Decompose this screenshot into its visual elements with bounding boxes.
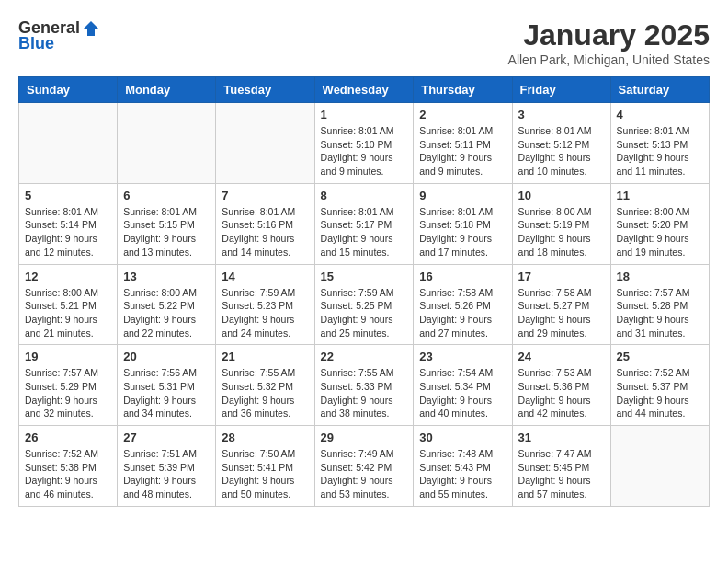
day-info: Sunrise: 7:58 AM Sunset: 5:27 PM Dayligh… — [518, 286, 605, 340]
day-info: Sunrise: 7:53 AM Sunset: 5:36 PM Dayligh… — [518, 366, 605, 420]
weekday-header-friday: Friday — [512, 77, 610, 103]
calendar-cell: 6Sunrise: 8:01 AM Sunset: 5:15 PM Daylig… — [118, 183, 216, 264]
title-section: January 2025 Allen Park, Michigan, Unite… — [508, 18, 710, 67]
calendar-week-row: 1Sunrise: 8:01 AM Sunset: 5:10 PM Daylig… — [19, 103, 710, 184]
day-number: 14 — [222, 270, 308, 283]
calendar-cell: 20Sunrise: 7:56 AM Sunset: 5:31 PM Dayli… — [118, 345, 216, 426]
day-info: Sunrise: 8:00 AM Sunset: 5:22 PM Dayligh… — [123, 286, 210, 340]
day-info: Sunrise: 7:57 AM Sunset: 5:28 PM Dayligh… — [617, 286, 703, 340]
calendar-cell — [216, 103, 314, 184]
day-number: 18 — [617, 270, 703, 283]
day-number: 16 — [419, 270, 506, 283]
day-number: 19 — [25, 350, 111, 363]
calendar-cell: 26Sunrise: 7:52 AM Sunset: 5:38 PM Dayli… — [19, 426, 118, 507]
weekday-header-tuesday: Tuesday — [216, 77, 314, 103]
day-info: Sunrise: 7:49 AM Sunset: 5:42 PM Dayligh… — [321, 447, 408, 501]
logo-icon — [82, 19, 100, 38]
day-info: Sunrise: 7:55 AM Sunset: 5:33 PM Dayligh… — [321, 366, 408, 420]
logo-blue-text: Blue — [18, 34, 54, 53]
weekday-header-row: SundayMondayTuesdayWednesdayThursdayFrid… — [19, 77, 710, 103]
day-number: 11 — [617, 189, 703, 202]
calendar-cell: 17Sunrise: 7:58 AM Sunset: 5:27 PM Dayli… — [512, 264, 610, 345]
day-number: 25 — [617, 350, 703, 363]
calendar-cell: 19Sunrise: 7:57 AM Sunset: 5:29 PM Dayli… — [19, 345, 118, 426]
calendar-cell: 2Sunrise: 8:01 AM Sunset: 5:11 PM Daylig… — [414, 103, 512, 184]
day-info: Sunrise: 8:01 AM Sunset: 5:16 PM Dayligh… — [222, 205, 308, 259]
day-info: Sunrise: 7:51 AM Sunset: 5:39 PM Dayligh… — [123, 447, 210, 501]
day-number: 15 — [321, 270, 408, 283]
day-info: Sunrise: 8:01 AM Sunset: 5:12 PM Dayligh… — [518, 124, 605, 178]
calendar-cell: 12Sunrise: 8:00 AM Sunset: 5:21 PM Dayli… — [19, 264, 118, 345]
day-number: 10 — [518, 189, 605, 202]
day-number: 23 — [419, 350, 506, 363]
page-header: General Blue January 2025 Allen Park, Mi… — [18, 18, 710, 67]
calendar-cell: 8Sunrise: 8:01 AM Sunset: 5:17 PM Daylig… — [314, 183, 414, 264]
day-number: 20 — [123, 350, 210, 363]
day-info: Sunrise: 7:50 AM Sunset: 5:41 PM Dayligh… — [222, 447, 308, 501]
day-number: 4 — [617, 108, 703, 121]
calendar-cell: 29Sunrise: 7:49 AM Sunset: 5:42 PM Dayli… — [314, 426, 414, 507]
day-info: Sunrise: 8:01 AM Sunset: 5:13 PM Dayligh… — [617, 124, 703, 178]
calendar-cell: 28Sunrise: 7:50 AM Sunset: 5:41 PM Dayli… — [216, 426, 314, 507]
calendar-cell: 7Sunrise: 8:01 AM Sunset: 5:16 PM Daylig… — [216, 183, 314, 264]
calendar-cell: 31Sunrise: 7:47 AM Sunset: 5:45 PM Dayli… — [512, 426, 610, 507]
day-info: Sunrise: 8:00 AM Sunset: 5:20 PM Dayligh… — [617, 205, 703, 259]
day-number: 6 — [123, 189, 210, 202]
calendar-cell: 22Sunrise: 7:55 AM Sunset: 5:33 PM Dayli… — [314, 345, 414, 426]
day-info: Sunrise: 7:48 AM Sunset: 5:43 PM Dayligh… — [419, 447, 506, 501]
calendar-week-row: 19Sunrise: 7:57 AM Sunset: 5:29 PM Dayli… — [19, 345, 710, 426]
calendar-table: SundayMondayTuesdayWednesdayThursdayFrid… — [18, 76, 710, 507]
weekday-header-wednesday: Wednesday — [314, 77, 414, 103]
day-number: 9 — [419, 189, 506, 202]
day-info: Sunrise: 7:56 AM Sunset: 5:31 PM Dayligh… — [123, 366, 210, 420]
day-number: 30 — [419, 431, 506, 444]
day-info: Sunrise: 7:52 AM Sunset: 5:38 PM Dayligh… — [25, 447, 111, 501]
day-number: 26 — [25, 431, 111, 444]
day-info: Sunrise: 8:01 AM Sunset: 5:14 PM Dayligh… — [25, 205, 111, 259]
calendar-cell: 21Sunrise: 7:55 AM Sunset: 5:32 PM Dayli… — [216, 345, 314, 426]
calendar-cell: 16Sunrise: 7:58 AM Sunset: 5:26 PM Dayli… — [414, 264, 512, 345]
calendar-cell — [610, 426, 709, 507]
calendar-cell: 4Sunrise: 8:01 AM Sunset: 5:13 PM Daylig… — [610, 103, 709, 184]
day-number: 5 — [25, 189, 111, 202]
day-number: 27 — [123, 431, 210, 444]
day-number: 24 — [518, 350, 605, 363]
calendar-cell: 3Sunrise: 8:01 AM Sunset: 5:12 PM Daylig… — [512, 103, 610, 184]
day-number: 2 — [419, 108, 506, 121]
day-info: Sunrise: 7:52 AM Sunset: 5:37 PM Dayligh… — [617, 366, 703, 420]
day-info: Sunrise: 7:55 AM Sunset: 5:32 PM Dayligh… — [222, 366, 308, 420]
location: Allen Park, Michigan, United States — [508, 52, 710, 67]
day-info: Sunrise: 8:00 AM Sunset: 5:21 PM Dayligh… — [25, 286, 111, 340]
weekday-header-saturday: Saturday — [610, 77, 709, 103]
calendar-cell: 15Sunrise: 7:59 AM Sunset: 5:25 PM Dayli… — [314, 264, 414, 345]
calendar-cell: 24Sunrise: 7:53 AM Sunset: 5:36 PM Dayli… — [512, 345, 610, 426]
day-info: Sunrise: 7:47 AM Sunset: 5:45 PM Dayligh… — [518, 447, 605, 501]
day-number: 12 — [25, 270, 111, 283]
calendar-cell: 5Sunrise: 8:01 AM Sunset: 5:14 PM Daylig… — [19, 183, 118, 264]
day-info: Sunrise: 8:01 AM Sunset: 5:17 PM Dayligh… — [321, 205, 408, 259]
day-info: Sunrise: 8:01 AM Sunset: 5:18 PM Dayligh… — [419, 205, 506, 259]
day-info: Sunrise: 7:59 AM Sunset: 5:23 PM Dayligh… — [222, 286, 308, 340]
day-number: 17 — [518, 270, 605, 283]
day-number: 7 — [222, 189, 308, 202]
day-info: Sunrise: 8:01 AM Sunset: 5:11 PM Dayligh… — [419, 124, 506, 178]
calendar-cell: 9Sunrise: 8:01 AM Sunset: 5:18 PM Daylig… — [414, 183, 512, 264]
weekday-header-monday: Monday — [118, 77, 216, 103]
weekday-header-thursday: Thursday — [414, 77, 512, 103]
calendar-week-row: 12Sunrise: 8:00 AM Sunset: 5:21 PM Dayli… — [19, 264, 710, 345]
day-info: Sunrise: 8:01 AM Sunset: 5:15 PM Dayligh… — [123, 205, 210, 259]
calendar-cell: 1Sunrise: 8:01 AM Sunset: 5:10 PM Daylig… — [314, 103, 414, 184]
day-info: Sunrise: 8:00 AM Sunset: 5:19 PM Dayligh… — [518, 205, 605, 259]
calendar-cell: 14Sunrise: 7:59 AM Sunset: 5:23 PM Dayli… — [216, 264, 314, 345]
calendar-cell: 27Sunrise: 7:51 AM Sunset: 5:39 PM Dayli… — [118, 426, 216, 507]
svg-marker-0 — [84, 21, 98, 36]
calendar-week-row: 5Sunrise: 8:01 AM Sunset: 5:14 PM Daylig… — [19, 183, 710, 264]
calendar-cell: 10Sunrise: 8:00 AM Sunset: 5:19 PM Dayli… — [512, 183, 610, 264]
day-number: 29 — [321, 431, 408, 444]
calendar-cell: 18Sunrise: 7:57 AM Sunset: 5:28 PM Dayli… — [610, 264, 709, 345]
calendar-cell — [19, 103, 118, 184]
day-number: 28 — [222, 431, 308, 444]
day-info: Sunrise: 7:59 AM Sunset: 5:25 PM Dayligh… — [321, 286, 408, 340]
calendar-cell: 30Sunrise: 7:48 AM Sunset: 5:43 PM Dayli… — [414, 426, 512, 507]
day-number: 8 — [321, 189, 408, 202]
